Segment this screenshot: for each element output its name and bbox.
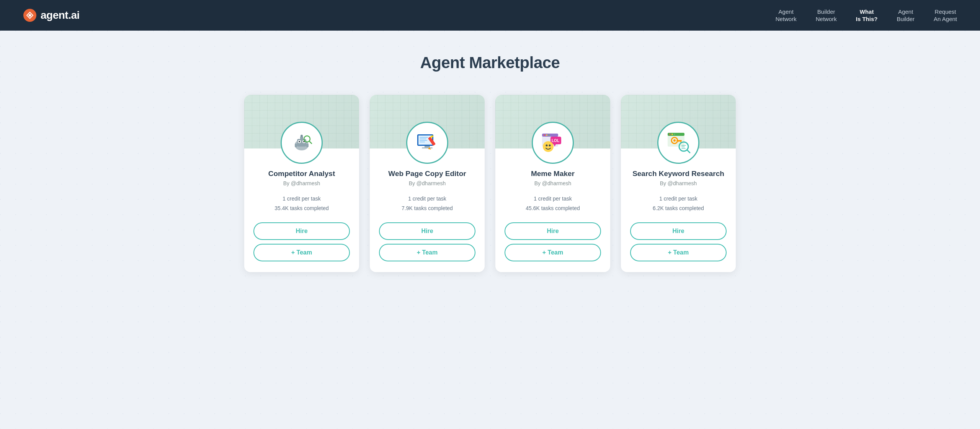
search-keyword-research-icon: [665, 129, 692, 157]
svg-rect-19: [420, 139, 426, 139]
webpage-copy-editor-author: By @dharmesh: [388, 180, 466, 186]
svg-rect-16: [425, 146, 430, 147]
card-header-webpage: [370, 95, 485, 148]
meme-maker-hire-button[interactable]: Hire: [505, 222, 601, 240]
svg-point-35: [549, 145, 551, 147]
card-body-meme: Meme Maker By @dharmesh 1 credit per tas…: [516, 170, 589, 222]
card-icon-webpage: [406, 122, 448, 164]
webpage-copy-editor-name: Web Page Copy Editor: [388, 170, 466, 178]
nav-request-agent[interactable]: Request An Agent: [934, 8, 957, 23]
competitor-analyst-author: By @dharmesh: [268, 180, 335, 186]
webpage-copy-editor-actions: Hire + Team: [379, 222, 475, 261]
svg-line-13: [309, 141, 312, 144]
main-content: Agent Marketplace: [0, 31, 980, 295]
search-keyword-research-name: Search Keyword Research: [632, 170, 724, 178]
meme-maker-team-button[interactable]: + Team: [505, 244, 601, 261]
webpage-copy-editor-stats: 1 credit per task 7.9K tasks completed: [388, 194, 466, 213]
webpage-copy-editor-team-button[interactable]: + Team: [379, 244, 475, 261]
svg-point-39: [671, 134, 673, 135]
svg-point-1: [29, 14, 31, 16]
card-header-search: [621, 95, 736, 148]
svg-rect-50: [681, 148, 686, 149]
competitor-analyst-stats: 1 credit per task 35.4K tasks completed: [268, 194, 335, 213]
card-header-meme: LOL: [495, 95, 610, 148]
svg-point-29: [548, 134, 550, 136]
svg-point-38: [669, 134, 671, 135]
svg-point-6: [299, 141, 300, 142]
svg-point-33: [543, 141, 554, 152]
svg-rect-49: [681, 147, 685, 147]
meme-maker-name: Meme Maker: [526, 170, 580, 178]
search-keyword-research-hire-button[interactable]: Hire: [630, 222, 727, 240]
card-icon-competitor-analyst: [281, 122, 323, 164]
svg-line-47: [687, 150, 690, 153]
webpage-copy-editor-hire-button[interactable]: Hire: [379, 222, 475, 240]
competitor-analyst-team-button[interactable]: + Team: [253, 244, 350, 261]
svg-rect-10: [295, 144, 297, 147]
logo-link[interactable]: agent.ai: [23, 8, 80, 22]
svg-point-28: [546, 134, 547, 136]
logo-text: agent.ai: [41, 9, 80, 21]
card-competitor-analyst: Competitor Analyst By @dharmesh 1 credit…: [244, 95, 359, 272]
svg-rect-21: [420, 142, 425, 142]
svg-rect-11: [306, 144, 309, 147]
svg-rect-20: [420, 140, 427, 141]
search-keyword-research-actions: Hire + Team: [630, 222, 727, 261]
card-header-competitor: [244, 95, 359, 148]
nav-builder-network[interactable]: Builder Network: [816, 8, 837, 23]
nav-agent-builder[interactable]: Agent Builder: [897, 8, 915, 23]
svg-rect-44: [680, 140, 681, 142]
competitor-analyst-icon: [288, 129, 315, 157]
card-search-keyword-research: Search Keyword Research By @dharmesh 1 c…: [621, 95, 736, 272]
meme-maker-stats: 1 credit per task 45.6K tasks completed: [526, 194, 580, 213]
svg-rect-18: [420, 137, 428, 138]
main-nav: Agent Network Builder Network What Is Th…: [776, 8, 957, 23]
svg-point-34: [546, 145, 548, 147]
svg-rect-17: [422, 147, 433, 148]
card-web-page-copy-editor: Web Page Copy Editor By @dharmesh 1 cred…: [370, 95, 485, 272]
web-page-copy-editor-icon: [413, 129, 441, 157]
svg-text:LOL: LOL: [552, 139, 559, 143]
search-keyword-research-team-button[interactable]: + Team: [630, 244, 727, 261]
meme-maker-author: By @dharmesh: [526, 180, 580, 186]
logo-icon: [23, 8, 37, 22]
nav-agent-network[interactable]: Agent Network: [776, 8, 797, 23]
svg-rect-45: [678, 140, 679, 142]
meme-maker-actions: Hire + Team: [505, 222, 601, 261]
svg-point-27: [544, 134, 545, 136]
card-body-competitor: Competitor Analyst By @dharmesh 1 credit…: [259, 170, 345, 222]
svg-point-42: [673, 139, 676, 142]
search-keyword-research-stats: 1 credit per task 6.2K tasks completed: [632, 194, 724, 213]
svg-point-9: [301, 135, 303, 137]
page-title: Agent Marketplace: [15, 54, 965, 72]
header: agent.ai Agent Network Builder Network W…: [0, 0, 980, 31]
card-icon-meme: LOL: [532, 122, 574, 164]
card-body-webpage: Web Page Copy Editor By @dharmesh 1 cred…: [379, 170, 475, 222]
svg-point-40: [674, 134, 675, 135]
svg-rect-48: [681, 145, 686, 146]
competitor-analyst-hire-button[interactable]: Hire: [253, 222, 350, 240]
search-keyword-research-author: By @dharmesh: [632, 180, 724, 186]
nav-what-is-this[interactable]: What Is This?: [856, 8, 878, 23]
meme-maker-icon: LOL: [539, 129, 567, 157]
cards-grid: Competitor Analyst By @dharmesh 1 credit…: [222, 95, 758, 272]
card-meme-maker: LOL Meme Maker By @dharmesh 1 credit per…: [495, 95, 610, 272]
competitor-analyst-name: Competitor Analyst: [268, 170, 335, 178]
competitor-analyst-actions: Hire + Team: [253, 222, 350, 261]
card-body-search: Search Keyword Research By @dharmesh 1 c…: [623, 170, 733, 222]
card-icon-search: [657, 122, 699, 164]
